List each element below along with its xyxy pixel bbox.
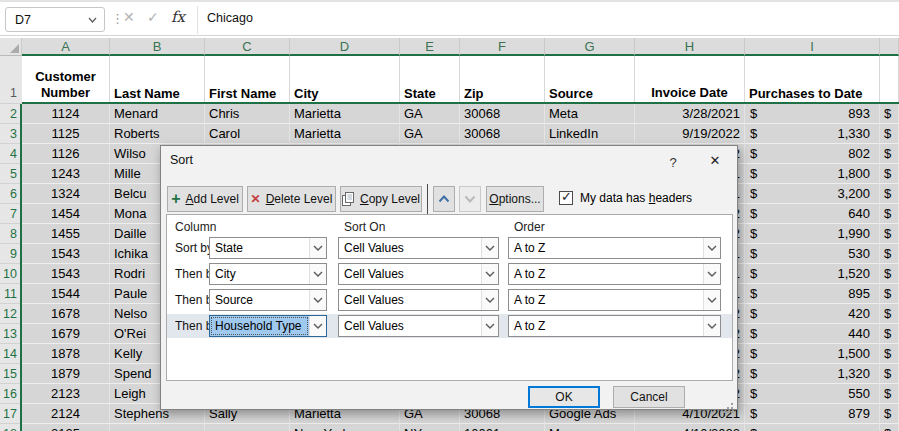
cell-purchases-to-date[interactable]: $1,800 <box>745 164 880 184</box>
cell-customer-number[interactable]: 1324 <box>22 184 110 204</box>
header-cell-last-name[interactable]: Last Name <box>110 56 205 104</box>
options-button[interactable]: Options... <box>486 186 544 212</box>
cell-zip[interactable]: 30068 <box>460 124 545 144</box>
cell-customer-number[interactable]: 1543 <box>22 244 110 264</box>
cell-col-j[interactable]: $ <box>880 284 899 304</box>
row-header-18[interactable]: 18 <box>0 424 22 431</box>
cell-last-name[interactable]: Roberts <box>110 124 205 144</box>
cell-state[interactable]: NY <box>400 424 460 431</box>
row-header-8[interactable]: 8 <box>0 224 22 244</box>
cell-invoice-date[interactable]: 4/10/2022 <box>635 424 745 431</box>
cell-source[interactable]: M <box>545 424 635 431</box>
move-up-button[interactable] <box>433 186 455 212</box>
column-select[interactable]: Source <box>209 289 327 311</box>
cell-city[interactable]: Marietta <box>290 104 400 124</box>
header-cell-city[interactable]: City <box>290 56 400 104</box>
cell-purchases-to-date[interactable]: $879 <box>745 404 880 424</box>
delete-level-button[interactable]: ✕ Delete Level <box>247 186 336 212</box>
cell-customer-number[interactable]: 1125 <box>22 124 110 144</box>
ok-button[interactable]: OK <box>528 386 600 408</box>
cell-customer-number[interactable]: 2125 <box>22 424 110 431</box>
row-header-10[interactable]: 10 <box>0 264 22 284</box>
cell-first-name[interactable]: Carol <box>205 124 290 144</box>
order-select[interactable]: A to Z <box>508 289 721 311</box>
cell-purchases-to-date[interactable]: $550 <box>745 384 880 404</box>
cell-source[interactable]: Meta <box>545 104 635 124</box>
cell-customer-number[interactable]: 2123 <box>22 384 110 404</box>
cell-first-name[interactable]: Chris <box>205 104 290 124</box>
cell-customer-number[interactable]: 1455 <box>22 224 110 244</box>
cell-col-j[interactable]: $ <box>880 384 899 404</box>
name-box[interactable]: D7 <box>5 7 105 32</box>
sort-on-select[interactable]: Cell Values <box>338 237 499 259</box>
formula-input[interactable]: Chicago <box>207 11 253 25</box>
sort-on-select[interactable]: Cell Values <box>338 315 499 337</box>
column-header-B[interactable]: B <box>110 38 205 56</box>
cell-city[interactable]: Marietta <box>290 124 400 144</box>
column-header-F[interactable]: F <box>460 38 545 56</box>
resize-grip-icon[interactable] <box>731 403 733 405</box>
cell-zip[interactable]: 10001 <box>460 424 545 431</box>
cell-col-j[interactable]: $ <box>880 264 899 284</box>
cell-zip[interactable]: 30068 <box>460 104 545 124</box>
cell-purchases-to-date[interactable]: $420 <box>745 304 880 324</box>
cell-purchases-to-date[interactable]: $1,320 <box>745 364 880 384</box>
cell-col-j[interactable]: $ <box>880 244 899 264</box>
row-header-13[interactable]: 13 <box>0 324 22 344</box>
cell-customer-number[interactable]: 1454 <box>22 204 110 224</box>
header-cell-customer-number[interactable]: Customer Number <box>22 56 110 104</box>
cell-city[interactable]: New York <box>290 424 400 431</box>
cancel-button[interactable]: Cancel <box>613 386 685 408</box>
cell-purchases-to-date[interactable]: $530 <box>745 244 880 264</box>
cell-purchases-to-date[interactable]: $895 <box>745 284 880 304</box>
cell-customer-number[interactable]: 1678 <box>22 304 110 324</box>
cell-last-name[interactable] <box>110 424 205 431</box>
copy-level-button[interactable]: Copy Level <box>340 186 422 212</box>
column-header-C[interactable]: C <box>205 38 290 56</box>
cell-col-j[interactable]: $ <box>880 184 899 204</box>
cell-col-j[interactable]: $ <box>880 344 899 364</box>
header-cell-purchases-to-date[interactable]: Purchases to Date <box>745 56 880 104</box>
cell-customer-number[interactable]: 2124 <box>22 404 110 424</box>
row-header-1[interactable]: 1 <box>0 56 22 104</box>
order-select[interactable]: A to Z <box>508 263 721 285</box>
row-header-7[interactable]: 7 <box>0 204 22 224</box>
cell-purchases-to-date[interactable]: $640 <box>745 204 880 224</box>
row-header-4[interactable]: 4 <box>0 144 22 164</box>
cell-customer-number[interactable]: 1124 <box>22 104 110 124</box>
column-header-J[interactable] <box>880 38 899 56</box>
cell-invoice-date[interactable]: 3/28/2021 <box>635 104 745 124</box>
sort-on-select[interactable]: Cell Values <box>338 263 499 285</box>
cell-state[interactable]: GA <box>400 104 460 124</box>
cell-col-j[interactable]: $ <box>880 204 899 224</box>
row-header-15[interactable]: 15 <box>0 364 22 384</box>
cell-customer-number[interactable]: 1879 <box>22 364 110 384</box>
cell-col-j[interactable]: $ <box>880 404 899 424</box>
cancel-entry-icon[interactable]: ✕ <box>123 9 135 25</box>
order-select[interactable]: A to Z <box>508 315 721 337</box>
column-header-H[interactable]: H <box>635 38 745 56</box>
cell-customer-number[interactable]: 1126 <box>22 144 110 164</box>
row-header-5[interactable]: 5 <box>0 164 22 184</box>
cell-last-name[interactable]: Menard <box>110 104 205 124</box>
header-cell-state[interactable]: State <box>400 56 460 104</box>
cell-customer-number[interactable]: 1543 <box>22 264 110 284</box>
column-select[interactable]: Household Type <box>209 315 327 337</box>
header-cell-source[interactable]: Source <box>545 56 635 104</box>
close-icon[interactable]: ✕ <box>697 148 733 173</box>
column-header-E[interactable]: E <box>400 38 460 56</box>
cell-col-j[interactable]: $ <box>880 324 899 344</box>
column-header-D[interactable]: D <box>290 38 400 56</box>
cell-customer-number[interactable]: 1679 <box>22 324 110 344</box>
order-select[interactable]: A to Z <box>508 237 721 259</box>
cell-purchases-to-date[interactable]: $1,500 <box>745 344 880 364</box>
column-select[interactable]: State <box>209 237 327 259</box>
column-header-I[interactable]: I <box>745 38 880 56</box>
cell-col-j[interactable]: $ <box>880 424 899 431</box>
add-level-button[interactable]: + Add Level <box>167 186 243 212</box>
my-data-has-headers-checkbox[interactable]: ✓ <box>559 191 573 205</box>
cell-col-j[interactable]: $ <box>880 124 899 144</box>
header-cell-invoice-date[interactable]: Invoice Date <box>635 56 745 104</box>
enter-entry-icon[interactable]: ✓ <box>147 9 159 25</box>
row-header-16[interactable]: 16 <box>0 384 22 404</box>
